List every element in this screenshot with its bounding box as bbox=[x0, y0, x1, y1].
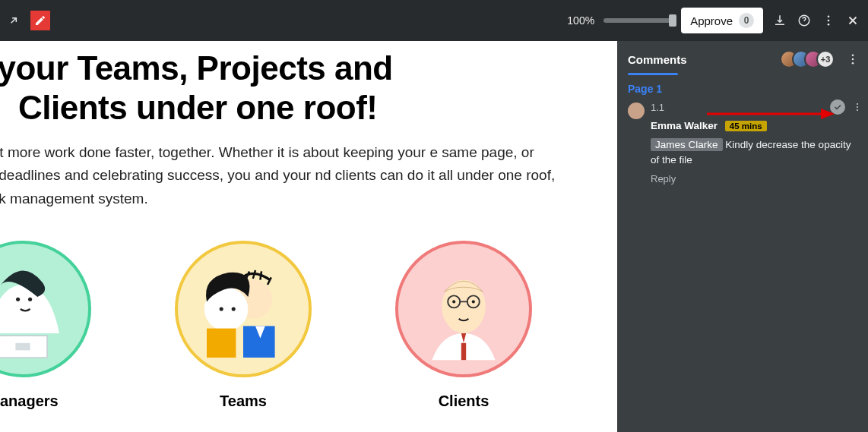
help-icon[interactable] bbox=[797, 13, 812, 28]
zoom-level: 100% bbox=[567, 14, 594, 27]
title-line-2: Clients under one roof! bbox=[0, 88, 594, 128]
comment-avatar bbox=[628, 102, 645, 119]
comment-number: 1.1 bbox=[651, 101, 860, 115]
svg-point-2 bbox=[828, 20, 830, 22]
card-managers: Managers bbox=[0, 241, 91, 410]
svg-point-25 bbox=[857, 106, 858, 108]
resolve-icon[interactable] bbox=[830, 99, 845, 115]
teams-illustration bbox=[175, 241, 312, 377]
svg-rect-12 bbox=[207, 329, 236, 358]
close-icon[interactable] bbox=[845, 13, 860, 28]
managers-illustration bbox=[0, 241, 91, 377]
zoom-slider-thumb[interactable] bbox=[669, 14, 676, 27]
approve-button[interactable]: Approve 0 bbox=[681, 8, 763, 33]
approve-count: 0 bbox=[739, 13, 754, 28]
comment-time: 45 mins bbox=[725, 121, 767, 131]
page-group-label[interactable]: Page 1 bbox=[617, 75, 868, 98]
svg-rect-20 bbox=[461, 343, 466, 360]
card-teams: Teams bbox=[175, 241, 312, 410]
comment-more-icon[interactable] bbox=[851, 99, 863, 115]
svg-point-19 bbox=[472, 300, 475, 303]
card-label: Teams bbox=[220, 393, 267, 410]
zoom-slider[interactable] bbox=[603, 18, 672, 23]
top-toolbar: 100% Approve 0 bbox=[0, 0, 868, 41]
mention-chip[interactable]: James Clarke bbox=[651, 138, 723, 151]
page-title: All your Teams, Projects and Clients und… bbox=[0, 49, 594, 128]
clients-illustration bbox=[395, 241, 532, 377]
panel-more-icon[interactable] bbox=[845, 52, 860, 67]
card-label: Managers bbox=[0, 393, 59, 410]
more-icon[interactable] bbox=[821, 13, 836, 28]
svg-point-3 bbox=[828, 24, 830, 26]
svg-point-26 bbox=[857, 109, 858, 111]
open-external-icon[interactable] bbox=[8, 14, 20, 27]
svg-point-24 bbox=[857, 103, 858, 105]
svg-point-4 bbox=[28, 298, 32, 301]
svg-point-11 bbox=[232, 307, 236, 311]
svg-point-18 bbox=[452, 300, 455, 303]
svg-point-1 bbox=[828, 15, 830, 17]
title-line-1: All your Teams, Projects and bbox=[0, 49, 393, 87]
svg-point-23 bbox=[852, 62, 854, 65]
edit-tool-icon[interactable] bbox=[30, 11, 50, 30]
card-clients: Clients bbox=[395, 241, 532, 410]
comments-tab[interactable]: Comments bbox=[628, 53, 687, 66]
document-canvas: All your Teams, Projects and Clients und… bbox=[0, 41, 617, 432]
svg-point-21 bbox=[852, 54, 854, 56]
reply-button[interactable]: Reply bbox=[651, 172, 676, 187]
svg-point-5 bbox=[16, 298, 20, 301]
svg-point-10 bbox=[220, 307, 223, 311]
avatar-overflow[interactable]: +3 bbox=[816, 50, 835, 68]
card-label: Clients bbox=[439, 393, 489, 410]
approve-label: Approve bbox=[690, 14, 733, 27]
svg-rect-7 bbox=[15, 343, 30, 351]
persona-cards: Managers Teams bbox=[0, 241, 617, 410]
comments-panel: Comments +3 Page 1 1.1 Emma Walker 45 mi… bbox=[617, 41, 868, 432]
collaborator-avatars[interactable]: +3 bbox=[780, 50, 835, 68]
svg-point-22 bbox=[852, 58, 854, 61]
download-icon[interactable] bbox=[772, 13, 787, 28]
page-subtitle: ub you can get more work done faster, to… bbox=[0, 141, 556, 210]
comment-item[interactable]: 1.1 Emma Walker 45 mins James Clarke Kin… bbox=[617, 98, 868, 191]
comment-author: Emma Walker bbox=[651, 120, 718, 131]
